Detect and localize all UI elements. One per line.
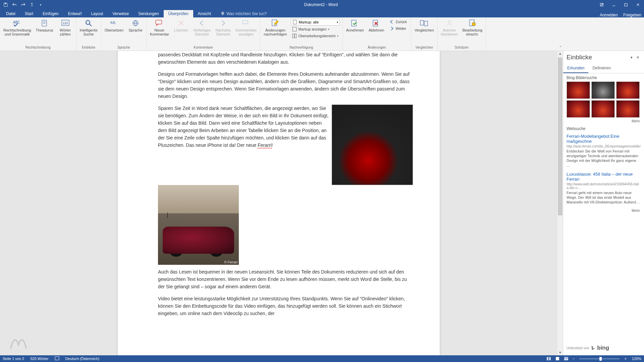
touch-mode-icon[interactable] <box>28 1 36 8</box>
tab-verweise[interactable]: Verweise <box>108 10 133 17</box>
document-area[interactable]: passendes Deckblatt mit Kopfzeile und Ra… <box>0 51 557 355</box>
show-comments-button[interactable]: Kommentare anzeigen <box>233 18 259 37</box>
tab-einfuegen[interactable]: Einfügen <box>38 10 63 17</box>
ribbon: ABC Rechtschreibung und Grammatik Thesau… <box>0 17 644 51</box>
word-count-button[interactable]: 123 Wörter zählen <box>56 18 75 37</box>
undo-icon[interactable] <box>11 1 18 8</box>
image-result[interactable] <box>567 100 590 118</box>
svg-rect-34 <box>564 357 568 360</box>
svg-point-10 <box>86 20 90 24</box>
svg-text:123: 123 <box>63 21 68 25</box>
ribbon-display-options-icon[interactable] <box>596 0 608 9</box>
zoom-level[interactable]: 120% <box>632 357 641 361</box>
web-result[interactable]: Ferrari-Modellangebot:Eine maßgeschne ht… <box>563 132 644 170</box>
spelling-grammar-button[interactable]: ABC Rechtschreibung und Grammatik <box>1 18 33 37</box>
zoom-out-icon[interactable]: − <box>571 357 576 361</box>
reject-button[interactable]: Ablehnen <box>367 18 386 33</box>
insights-tab-explore[interactable]: Erkunden <box>563 64 588 73</box>
image-result[interactable] <box>591 100 615 118</box>
image-result[interactable] <box>616 81 640 99</box>
svg-rect-19 <box>293 20 297 24</box>
image-result[interactable] <box>616 100 640 118</box>
signin-link[interactable]: Anmelden <box>600 13 618 17</box>
redo-icon[interactable] <box>19 1 27 8</box>
section-web-search: Websuche <box>563 124 644 132</box>
track-changes-button[interactable]: Änderungen nachverfolgen <box>262 18 289 37</box>
previous-change-button[interactable]: Zurück <box>388 19 408 25</box>
save-icon[interactable] <box>2 1 9 8</box>
inline-image-ferrari-cabrio[interactable]: © Ferrari <box>158 185 239 265</box>
scroll-down-icon[interactable]: ▼ <box>557 350 563 355</box>
next-comment-button[interactable]: Nächstes Element <box>213 18 233 37</box>
close-icon[interactable] <box>632 0 644 9</box>
inline-image-ferrari-showroom[interactable] <box>332 105 413 185</box>
compare-button[interactable]: Vergleichen <box>413 18 436 33</box>
scrollbar-thumb[interactable] <box>558 58 562 215</box>
image-result[interactable] <box>591 81 615 99</box>
pane-close-icon[interactable]: ✕ <box>635 55 641 60</box>
next-change-button[interactable]: Weiter <box>388 25 408 32</box>
group-label-nachverfolgung: Nachverfolgung <box>290 45 313 50</box>
pane-title: Einblicke <box>567 54 629 61</box>
more-images-link[interactable]: Mehr <box>563 118 644 124</box>
tab-ansicht[interactable]: Ansicht <box>193 10 216 17</box>
web-result[interactable]: Luxusklasse: 458 Italia – der neue Ferra… <box>563 170 644 207</box>
translate-button[interactable]: aあ Übersetzen <box>103 18 125 33</box>
svg-text:aあ: aあ <box>110 20 116 24</box>
prev-comment-button[interactable]: Vorheriges Element <box>191 18 213 37</box>
maximize-icon[interactable] <box>620 0 632 9</box>
status-page[interactable]: Seite 1 von 2 <box>3 357 24 361</box>
paragraph[interactable]: Video bietet eine leistungsstarke Möglic… <box>158 295 413 317</box>
display-for-review-dropdown[interactable]: Markup: alle ▾ <box>291 19 339 25</box>
status-word-count[interactable]: 520 Wörter <box>30 357 48 361</box>
group-label-schuetzen: Schützen <box>454 45 469 50</box>
collapse-ribbon-icon[interactable]: ˄ <box>559 46 561 50</box>
zoom-in-icon[interactable]: + <box>623 357 628 361</box>
tab-sendungen[interactable]: Sendungen <box>133 10 163 17</box>
paragraph[interactable]: passendes Deckblatt mit Kopfzeile und Ra… <box>158 51 413 66</box>
status-spellcheck-icon[interactable] <box>55 356 59 361</box>
vertical-scrollbar[interactable]: ▲ ▼ <box>557 51 563 355</box>
svg-text:ABC: ABC <box>13 20 20 24</box>
print-layout-icon[interactable] <box>554 356 561 362</box>
tab-layout[interactable]: Layout <box>86 10 108 17</box>
accept-button[interactable]: Annehmen <box>344 18 366 33</box>
svg-rect-30 <box>55 357 59 360</box>
web-layout-icon[interactable] <box>562 356 570 362</box>
share-button[interactable]: Freigeben <box>623 13 641 17</box>
paragraph[interactable]: Designs und Formatvorlagen helfen auch d… <box>158 70 413 100</box>
language-button[interactable]: Sprache <box>126 18 145 33</box>
status-bar: Seite 1 von 2 520 Wörter Deutsch (Österr… <box>0 355 644 362</box>
group-label-rechtschreibung: Rechtschreibung <box>25 45 51 50</box>
tell-me-search[interactable]: Was möchten Sie tun? <box>218 10 269 17</box>
spelling-error[interactable]: Ferarri <box>258 142 271 148</box>
delete-comment-button[interactable]: Löschen <box>172 18 191 33</box>
scroll-up-icon[interactable]: ▲ <box>557 51 563 56</box>
new-comment-button[interactable]: Neuer Kommentar <box>148 18 171 37</box>
tab-start[interactable]: Start <box>20 10 38 17</box>
section-bing-images: Bing-Bildersuche <box>563 73 644 81</box>
svg-line-11 <box>90 24 92 26</box>
block-authors-button[interactable]: Autoren blockieren <box>439 18 460 37</box>
pane-options-icon[interactable]: ▾ <box>629 55 635 60</box>
qat-customize-icon[interactable]: ▾ <box>37 1 44 8</box>
show-markup-button[interactable]: Markup anzeigen▾ <box>291 26 339 32</box>
tab-datei[interactable]: Datei <box>1 10 20 17</box>
svg-rect-3 <box>625 4 627 6</box>
thesaurus-button[interactable]: Thesaurus <box>34 18 55 33</box>
insights-tab-define[interactable]: Definieren <box>588 64 615 73</box>
status-language[interactable]: Deutsch (Österreich) <box>65 357 99 361</box>
read-mode-icon[interactable] <box>545 356 552 362</box>
display-for-review-value: Markup: alle <box>299 20 319 24</box>
restrict-editing-button[interactable]: Bearbeitung einschr. <box>461 18 484 37</box>
tab-entwurf[interactable]: Entwurf <box>63 10 87 17</box>
minimize-icon[interactable] <box>608 0 620 9</box>
more-web-link[interactable]: Mehr <box>563 207 644 214</box>
powered-by-label: Unterstützt von <box>567 346 589 350</box>
reviewing-pane-button[interactable]: Überarbeitungsbereich▾ <box>291 33 339 39</box>
tab-ueberpruefen[interactable]: Überprüfen <box>164 10 193 17</box>
image-result[interactable] <box>567 81 590 99</box>
smart-lookup-button[interactable]: Intelligente Suche <box>78 18 100 37</box>
zoom-slider[interactable] <box>579 358 620 359</box>
paragraph[interactable]: Auch das Lesen ist bequemer in der neuen… <box>158 268 413 290</box>
